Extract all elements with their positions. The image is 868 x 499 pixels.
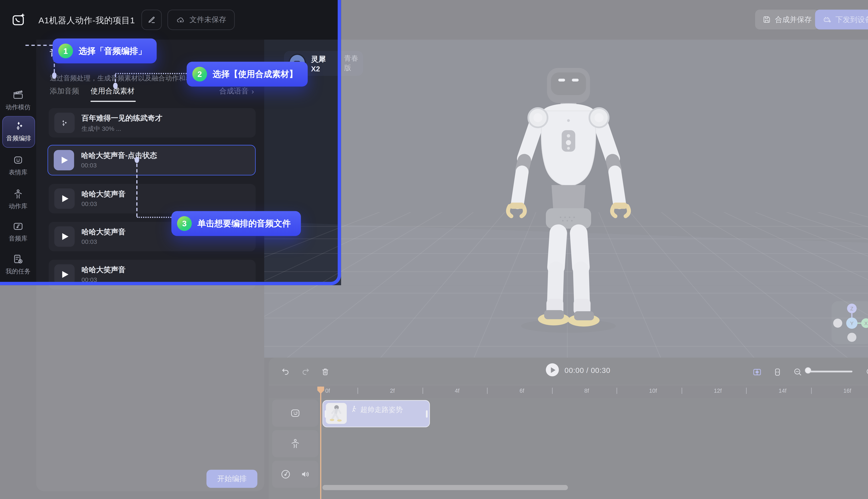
badge-divider: | bbox=[337, 59, 339, 68]
play-icon bbox=[62, 233, 69, 240]
audio-item-title: 哈哈大笑声音 bbox=[82, 227, 125, 237]
audio-item-subtitle: 生成中 30% ... bbox=[82, 124, 121, 133]
app-root: A1机器人动作-我的项目1 文件未保存 bbox=[0, 0, 868, 499]
connector-3-line bbox=[137, 217, 172, 218]
audio-play-button[interactable] bbox=[54, 264, 75, 285]
tab-use-synth-material[interactable]: 使用合成素材 bbox=[90, 86, 135, 96]
sidebar-item-2[interactable]: 音频编排 bbox=[2, 116, 35, 148]
sidebar-item-1[interactable]: 动作模仿 bbox=[2, 87, 34, 114]
audio-item-subtitle: 00:03 bbox=[81, 162, 97, 169]
dim-overlay-right bbox=[341, 0, 868, 285]
project-title: A1机器人动作-我的项目1 bbox=[39, 15, 135, 26]
audio-item-title: 哈哈大笑声音 bbox=[82, 189, 125, 199]
audio-item-title: 哈哈大笑声音-点击状态 bbox=[81, 151, 157, 161]
music-icon bbox=[12, 221, 24, 232]
step-1-text: 选择「音频编排」 bbox=[79, 46, 147, 56]
audio-item-title: 哈哈大笑声音 bbox=[82, 265, 125, 275]
audio-item-subtitle: 00:03 bbox=[82, 200, 97, 207]
tutorial-step-1: 1 选择「音频编排」 bbox=[53, 39, 157, 63]
sidebar-item-4[interactable]: 动作库 bbox=[2, 186, 34, 213]
tasks-icon bbox=[12, 254, 24, 265]
audio-item[interactable]: 哈哈大笑声音00:03 bbox=[49, 260, 256, 289]
step-2-number: 2 bbox=[193, 67, 207, 82]
ai-generating-icon bbox=[54, 112, 75, 133]
panel-subtitle: 通过音频处理，生成音频素材以及融合动作和表情 bbox=[50, 74, 199, 83]
robot-name: 灵犀X2 bbox=[311, 54, 332, 73]
sidebar-item-label: 音频库 bbox=[9, 234, 28, 243]
audio-play-button[interactable] bbox=[54, 226, 75, 247]
sidebar-item-label: 音频编排 bbox=[6, 134, 31, 143]
step-3-number: 3 bbox=[177, 216, 192, 231]
clapper-icon bbox=[12, 89, 24, 101]
save-status-label: 文件未保存 bbox=[189, 15, 226, 25]
play-icon bbox=[62, 271, 69, 278]
step-1-number: 1 bbox=[58, 44, 73, 58]
connector-2-line bbox=[115, 73, 187, 74]
pencil-icon bbox=[147, 15, 156, 24]
cloud-unsaved-icon bbox=[176, 15, 185, 24]
audio-item-subtitle: 00:03 bbox=[82, 276, 97, 283]
connector-1-line bbox=[25, 45, 53, 46]
sidebar-item-label: 动作库 bbox=[9, 202, 28, 210]
active-tab-underline bbox=[90, 101, 136, 102]
audio-item[interactable]: 哈哈大笑声音-点击状态00:03 bbox=[48, 145, 256, 175]
audio-play-button[interactable] bbox=[54, 150, 74, 171]
synthesize-speech-link[interactable]: 合成语音 › bbox=[219, 86, 254, 96]
connector-3-dot bbox=[135, 157, 139, 163]
tutorial-step-2: 2 选择【使用合成素材】 bbox=[187, 62, 308, 86]
audio-item-subtitle: 00:03 bbox=[82, 238, 97, 245]
connector-1-dot bbox=[52, 72, 57, 79]
audio-play-button[interactable] bbox=[54, 188, 75, 209]
person-icon bbox=[12, 188, 24, 200]
audio-item-title: 百年难得一见的练武奇才 bbox=[82, 113, 162, 123]
app-logo-icon bbox=[11, 12, 26, 27]
sidebar-item-label: 表情库 bbox=[9, 168, 28, 177]
tab-add-audio[interactable]: 添加音频 bbox=[50, 86, 79, 96]
sidebar-item-6[interactable]: 我的任务 bbox=[2, 251, 34, 278]
sidebar-item-label: 我的任务 bbox=[6, 267, 30, 276]
chevron-right-icon: › bbox=[251, 87, 254, 95]
synthesize-speech-label: 合成语音 bbox=[219, 86, 249, 96]
audio-item[interactable]: 百年难得一见的练武奇才生成中 30% ... bbox=[49, 108, 256, 137]
play-icon bbox=[62, 195, 69, 202]
edit-title-button[interactable] bbox=[141, 10, 162, 30]
face-icon bbox=[12, 155, 24, 166]
connector-2-line bbox=[115, 74, 116, 82]
connector-2-dot bbox=[113, 83, 118, 89]
save-status-button[interactable]: 文件未保存 bbox=[168, 10, 235, 30]
sparkles-icon bbox=[13, 121, 24, 132]
step-3-text: 单击想要编排的音频文件 bbox=[197, 218, 291, 229]
audio-item[interactable]: 哈哈大笑声音00:03 bbox=[49, 184, 256, 213]
sidebar-item-3[interactable]: 表情库 bbox=[2, 152, 34, 179]
play-icon bbox=[62, 157, 68, 164]
step-2-text: 选择【使用合成素材】 bbox=[213, 69, 298, 80]
dim-overlay-bottom bbox=[0, 285, 868, 499]
sidebar-item-5[interactable]: 音频库 bbox=[2, 219, 34, 245]
sidebar-item-label: 动作模仿 bbox=[6, 103, 30, 111]
tutorial-step-3: 3 单击想要编排的音频文件 bbox=[171, 211, 301, 236]
connector-3-line bbox=[136, 163, 137, 217]
